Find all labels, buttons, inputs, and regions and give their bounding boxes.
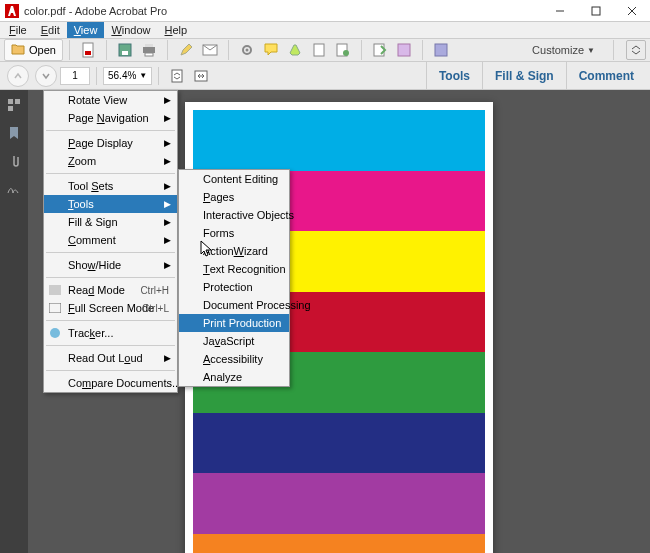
- page-number-input[interactable]: [60, 67, 90, 85]
- menu-full-screen[interactable]: Full Screen ModeCtrl+L: [44, 299, 177, 317]
- submenu-javascript[interactable]: JavaScript: [179, 332, 289, 350]
- submenu-action-wizard[interactable]: Action Wizard: [179, 242, 289, 260]
- svg-rect-18: [374, 44, 384, 56]
- submenu-protection[interactable]: Protection: [179, 278, 289, 296]
- customize-button[interactable]: Customize▼: [526, 42, 601, 58]
- form-icon[interactable]: [395, 41, 413, 59]
- menu-read-mode[interactable]: Read ModeCtrl+H: [44, 281, 177, 299]
- fit-width-icon[interactable]: [191, 66, 211, 86]
- toolbar-separator: [361, 40, 362, 60]
- menu-show-hide[interactable]: Show/Hide▶: [44, 256, 177, 274]
- thumbnails-icon[interactable]: [5, 96, 23, 114]
- svg-rect-2: [592, 7, 600, 15]
- menu-file[interactable]: File: [2, 22, 34, 38]
- svg-point-14: [245, 49, 248, 52]
- submenu-analyze[interactable]: Analyze: [179, 368, 289, 386]
- comment-icon[interactable]: [262, 41, 280, 59]
- gear-icon[interactable]: [238, 41, 256, 59]
- menu-compare[interactable]: Compare Documents...: [44, 374, 177, 392]
- tools-submenu: Content Editing Pages Interactive Object…: [178, 169, 290, 387]
- toolbar-separator: [96, 67, 97, 85]
- submenu-pages[interactable]: Pages: [179, 188, 289, 206]
- page-up-button[interactable]: [7, 65, 29, 87]
- close-button[interactable]: [614, 0, 650, 22]
- toolbar-separator: [422, 40, 423, 60]
- submenu-content-editing[interactable]: Content Editing: [179, 170, 289, 188]
- submenu-accessibility[interactable]: Accessibility: [179, 350, 289, 368]
- title-bar: color.pdf - Adobe Acrobat Pro: [0, 0, 650, 22]
- fullscreen-icon: [48, 301, 62, 315]
- menu-page-display[interactable]: Page Display▶: [44, 134, 177, 152]
- signature-icon[interactable]: [5, 180, 23, 198]
- maximize-button[interactable]: [578, 0, 614, 22]
- menu-fill-sign[interactable]: Fill & Sign▶: [44, 213, 177, 231]
- open-label: Open: [29, 44, 56, 56]
- app-icon: [4, 3, 20, 19]
- svg-point-17: [343, 50, 349, 56]
- edit-icon[interactable]: [177, 41, 195, 59]
- svg-rect-23: [8, 99, 13, 104]
- submenu-forms[interactable]: Forms: [179, 224, 289, 242]
- menu-view[interactable]: View: [67, 22, 105, 38]
- menu-help[interactable]: Help: [158, 22, 195, 38]
- fit-page-icon[interactable]: [167, 66, 187, 86]
- create-pdf-icon[interactable]: [79, 41, 97, 59]
- page-add-icon[interactable]: [334, 41, 352, 59]
- bookmarks-icon[interactable]: [5, 124, 23, 142]
- highlight-icon[interactable]: [286, 41, 304, 59]
- open-button[interactable]: Open: [4, 39, 63, 61]
- nav-panel: [0, 90, 28, 553]
- menu-separator: [46, 370, 175, 371]
- menu-page-navigation[interactable]: Page Navigation▶: [44, 109, 177, 127]
- color-stripe: [193, 110, 485, 171]
- view-dropdown: Rotate View▶ Page Navigation▶ Page Displ…: [43, 90, 178, 393]
- svg-rect-24: [15, 99, 20, 104]
- toolbar-separator: [106, 40, 107, 60]
- save-icon[interactable]: [116, 41, 134, 59]
- tab-tools[interactable]: Tools: [426, 62, 482, 90]
- menu-rotate-view[interactable]: Rotate View▶: [44, 91, 177, 109]
- svg-rect-27: [49, 303, 61, 313]
- color-stripe: [193, 473, 485, 534]
- menu-separator: [46, 277, 175, 278]
- menu-read-out-loud[interactable]: Read Out Loud▶: [44, 349, 177, 367]
- expand-button[interactable]: [626, 40, 646, 60]
- menu-separator: [46, 345, 175, 346]
- page-down-button[interactable]: [35, 65, 57, 87]
- menu-bar: File Edit View Window Help: [0, 22, 650, 39]
- svg-rect-21: [172, 70, 182, 82]
- print-icon[interactable]: [140, 41, 158, 59]
- page-icon[interactable]: [310, 41, 328, 59]
- toolbar-secondary: 56.4%▼ Tools Fill & Sign Comment: [0, 62, 650, 90]
- menu-edit[interactable]: Edit: [34, 22, 67, 38]
- submenu-print-production[interactable]: Print Production: [179, 314, 289, 332]
- menu-tracker[interactable]: Tracker...: [44, 324, 177, 342]
- tools-icon[interactable]: [432, 41, 450, 59]
- menu-tool-sets[interactable]: Tool Sets▶: [44, 177, 177, 195]
- export-icon[interactable]: [371, 41, 389, 59]
- menu-window[interactable]: Window: [104, 22, 157, 38]
- svg-rect-6: [85, 51, 91, 55]
- tab-comment[interactable]: Comment: [566, 62, 646, 90]
- submenu-interactive-objects[interactable]: Interactive Objects: [179, 206, 289, 224]
- zoom-select[interactable]: 56.4%▼: [103, 67, 152, 85]
- menu-zoom[interactable]: Zoom▶: [44, 152, 177, 170]
- folder-icon: [11, 43, 25, 57]
- toolbar-separator: [158, 67, 159, 85]
- toolbar-separator: [613, 40, 614, 60]
- mail-icon[interactable]: [201, 41, 219, 59]
- tracker-icon: [48, 326, 62, 340]
- svg-rect-20: [435, 44, 447, 56]
- menu-comment[interactable]: Comment▶: [44, 231, 177, 249]
- menu-tools[interactable]: Tools▶: [44, 195, 177, 213]
- svg-point-28: [50, 328, 60, 338]
- readmode-icon: [48, 283, 62, 297]
- submenu-text-recognition[interactable]: Text Recognition: [179, 260, 289, 278]
- svg-rect-8: [122, 51, 128, 55]
- minimize-button[interactable]: [542, 0, 578, 22]
- attachments-icon[interactable]: [5, 152, 23, 170]
- submenu-document-processing[interactable]: Document Processing: [179, 296, 289, 314]
- svg-rect-26: [49, 285, 61, 295]
- svg-rect-19: [398, 44, 410, 56]
- tab-fill-sign[interactable]: Fill & Sign: [482, 62, 566, 90]
